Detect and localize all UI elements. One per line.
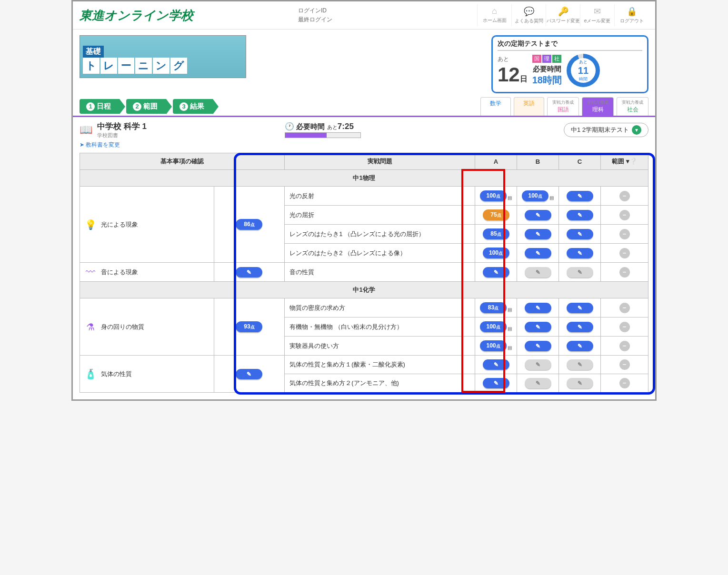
cell-range: − <box>601 206 648 225</box>
pen-pill[interactable]: ✎ <box>525 359 551 370</box>
pen-pill[interactable]: ✎ <box>236 267 262 278</box>
col-c[interactable]: C <box>559 153 601 170</box>
pen-pill[interactable]: ✎ <box>483 267 509 278</box>
pen-pill[interactable]: ✎ <box>525 378 551 388</box>
pen-pill[interactable]: ✎ <box>567 267 593 278</box>
pen-pill[interactable]: ✎ <box>567 359 593 370</box>
change-textbook-link[interactable]: 教科書を変更 <box>73 140 655 153</box>
cell-a: 100点▤ <box>475 187 517 206</box>
cell-range: − <box>601 337 648 356</box>
remove-button[interactable]: − <box>619 229 630 239</box>
score-pill[interactable]: 100点 <box>480 321 507 332</box>
pen-pill[interactable]: ✎ <box>567 248 593 258</box>
cell-c: ✎ <box>559 187 601 206</box>
nav-3[interactable]: ✉eメール変更 <box>580 4 614 26</box>
score-pill[interactable]: 85点 <box>483 228 509 239</box>
cell-range: − <box>601 317 648 337</box>
score-pill[interactable]: 86点 <box>236 219 262 230</box>
term-selector[interactable]: 中1 2学期期末テスト ▾ <box>564 123 648 137</box>
course-subtitle: 学校図書 <box>97 132 147 139</box>
row-title: 音の性質 <box>285 263 475 282</box>
score-pill[interactable]: 75点 <box>483 209 509 220</box>
help-icon[interactable]: ❔ <box>629 158 637 165</box>
score-pill[interactable]: 100点 <box>480 340 507 351</box>
remove-button[interactable]: − <box>619 303 630 313</box>
nav-label: eメール変更 <box>584 18 611 23</box>
remove-button[interactable]: − <box>619 248 630 258</box>
countdown-need-value: 18時間 <box>532 74 562 87</box>
pen-pill[interactable]: ✎ <box>525 229 551 239</box>
remove-button[interactable]: − <box>619 359 630 370</box>
pen-pill[interactable]: ✎ <box>525 341 551 351</box>
section-header: 中1物理 <box>80 170 648 187</box>
pen-pill[interactable]: ✎ <box>567 210 593 220</box>
nav-2[interactable]: 🔑パスワード変更 <box>546 4 580 26</box>
nav-icon: 💬 <box>512 6 546 17</box>
cell-a: 100点▤ <box>475 317 517 337</box>
remove-button[interactable]: − <box>619 210 630 220</box>
cell-c: ✎ <box>559 244 601 263</box>
step-3[interactable]: 3結果 <box>173 99 213 114</box>
score-pill[interactable]: 100点 <box>483 248 509 258</box>
tab-sci[interactable]: 実戦力養成理科 <box>582 97 614 116</box>
nav-1[interactable]: 💬よくある質問 <box>511 4 546 26</box>
col-b[interactable]: B <box>517 153 559 170</box>
remove-button[interactable]: − <box>619 322 630 332</box>
pen-pill[interactable]: ✎ <box>483 359 509 370</box>
step-1[interactable]: 1日程 <box>80 99 120 114</box>
banner-tiles: トレーニング <box>83 58 187 74</box>
cell-b: ✎ <box>517 337 559 356</box>
nav-0[interactable]: ⌂ホーム画面 <box>477 4 511 26</box>
tab-kok[interactable]: 実戦力養成国語 <box>547 97 579 116</box>
remove-button[interactable]: − <box>619 341 630 351</box>
col-a[interactable]: A <box>475 153 517 170</box>
site-logo[interactable]: 東進オンライン学校 <box>80 7 193 24</box>
training-banner[interactable]: 基礎 トレーニング <box>80 35 246 78</box>
step-2[interactable]: 2範囲 <box>126 99 166 114</box>
cell-c: ✎ <box>559 263 601 282</box>
pen-pill[interactable]: ✎ <box>525 210 551 220</box>
remove-button[interactable]: − <box>619 378 630 388</box>
cell-range: − <box>601 225 648 244</box>
countdown-badges: 国理社 <box>532 55 562 63</box>
pen-pill[interactable]: ✎ <box>567 191 593 201</box>
countdown-days-unit: 日 <box>520 75 528 83</box>
topic-name: 音による現象 <box>101 268 138 277</box>
pen-pill[interactable]: ✎ <box>525 248 551 258</box>
pen-pill[interactable]: ✎ <box>567 322 593 332</box>
tab-soc[interactable]: 実戦力養成社会 <box>617 97 648 116</box>
pen-pill[interactable]: ✎ <box>567 229 593 239</box>
note-icon: ▤ <box>508 195 512 200</box>
pen-pill[interactable]: ✎ <box>567 341 593 351</box>
remove-button[interactable]: − <box>619 267 630 278</box>
basic-cell: 93点 <box>214 298 285 356</box>
cell-c: ✎ <box>559 225 601 244</box>
pen-pill[interactable]: ✎ <box>525 322 551 332</box>
pen-pill[interactable]: ✎ <box>567 378 593 388</box>
remove-button[interactable]: − <box>619 191 630 201</box>
pen-pill[interactable]: ✎ <box>483 378 509 388</box>
pen-pill[interactable]: ✎ <box>236 369 262 379</box>
cell-a: 100点 <box>475 244 517 263</box>
ring-num: 11 <box>578 65 588 76</box>
filter-icon[interactable]: ▾ <box>626 158 629 165</box>
col-basic: 基本事項の確認 <box>80 153 285 170</box>
col-range[interactable]: 範囲 ▾❔ <box>601 153 648 170</box>
nav-4[interactable]: 🔒ログアウト <box>614 4 648 26</box>
tab-math[interactable]: 数学 <box>480 97 511 116</box>
score-pill[interactable]: 83点 <box>480 302 507 313</box>
note-icon: ▤ <box>508 345 512 350</box>
time-small: あと <box>327 124 338 130</box>
time-value: 7:25 <box>338 122 354 131</box>
pen-pill[interactable]: ✎ <box>525 303 551 313</box>
pen-pill[interactable]: ✎ <box>567 303 593 313</box>
score-pill[interactable]: 100点 <box>480 190 507 201</box>
pen-pill[interactable]: ✎ <box>525 267 551 278</box>
score-pill[interactable]: 93点 <box>236 321 262 332</box>
tab-eng[interactable]: 英語 <box>514 97 544 116</box>
cell-c: ✎ <box>559 337 601 356</box>
score-pill[interactable]: 100点 <box>522 190 548 201</box>
ring-unit: 時間 <box>579 76 588 82</box>
cell-b: 100点▤ <box>517 187 559 206</box>
nav-label: ログアウト <box>620 18 644 23</box>
